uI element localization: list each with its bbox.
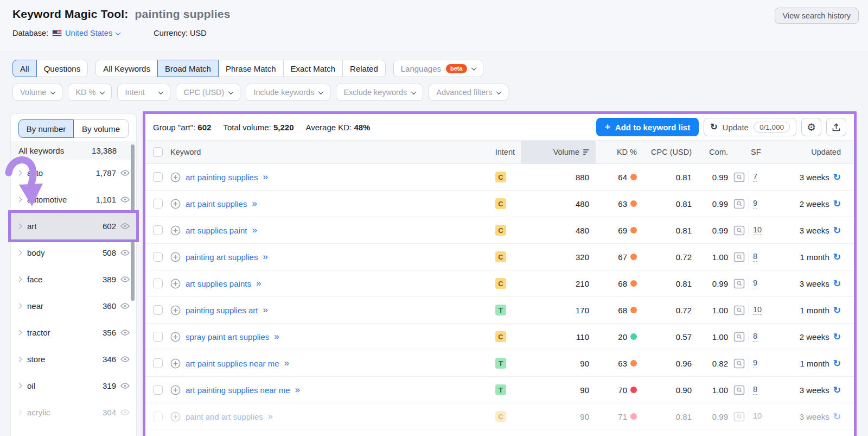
keyword-link[interactable]: art supplies paint <box>186 226 247 235</box>
chevron-right-icon[interactable] <box>17 170 22 176</box>
expand-keyword-icon[interactable]: » <box>263 305 268 315</box>
keyword-link[interactable]: art painting supplies <box>186 173 258 182</box>
serp-preview-icon[interactable] <box>733 279 745 289</box>
serp-preview-icon[interactable] <box>733 412 745 422</box>
sidebar-group-item[interactable]: near 360 <box>11 293 136 319</box>
serp-preview-icon[interactable] <box>733 199 745 209</box>
add-to-keyword-list-button[interactable]: + Add to keyword list <box>596 118 699 136</box>
refresh-icon[interactable]: ↻ <box>833 173 841 182</box>
languages-dropdown[interactable]: Languages beta <box>393 60 483 77</box>
serp-features-count[interactable]: 10 <box>753 225 762 235</box>
refresh-icon[interactable]: ↻ <box>833 252 841 262</box>
row-checkbox[interactable] <box>153 225 163 235</box>
select-all-checkbox[interactable] <box>153 147 163 157</box>
chevron-right-icon[interactable] <box>17 250 22 256</box>
row-checkbox[interactable] <box>153 305 163 315</box>
sidebar-group-item[interactable]: automotive 1,101 <box>11 186 136 213</box>
sidebar-group-item[interactable]: oil 319 <box>11 372 136 399</box>
expand-keyword-icon[interactable]: » <box>295 384 301 395</box>
eye-icon[interactable] <box>120 197 130 203</box>
eye-icon[interactable] <box>120 303 130 309</box>
keyword-link[interactable]: art supplies paints <box>186 279 251 288</box>
expand-keyword-icon[interactable]: » <box>256 278 261 289</box>
eye-icon[interactable] <box>120 223 130 229</box>
add-keyword-icon[interactable] <box>170 358 181 369</box>
view-search-history-button[interactable]: View search history <box>775 8 859 24</box>
serp-features-count[interactable]: 10 <box>753 412 762 421</box>
eye-icon[interactable] <box>120 383 130 389</box>
add-keyword-icon[interactable] <box>170 385 181 395</box>
sidebar-group-item[interactable]: store 346 <box>11 346 136 372</box>
column-header-keyword[interactable]: Keyword <box>170 141 486 163</box>
keyword-link[interactable]: paint and art supplies <box>186 412 263 421</box>
expand-keyword-icon[interactable]: » <box>252 225 257 236</box>
refresh-icon[interactable]: ↻ <box>833 412 841 421</box>
sidebar-group-item[interactable]: body 508 <box>11 239 136 266</box>
add-keyword-icon[interactable] <box>170 199 181 209</box>
row-checkbox[interactable] <box>153 385 163 395</box>
filter-dropdown[interactable]: CPC (USD) <box>176 84 240 101</box>
serp-features-count[interactable]: 8 <box>753 252 757 262</box>
serp-preview-icon[interactable] <box>733 332 745 342</box>
expand-keyword-icon[interactable]: » <box>252 198 257 209</box>
export-button[interactable] <box>826 118 846 136</box>
update-metrics-button[interactable]: ↻ Update 0/1,000 <box>704 118 796 136</box>
expand-keyword-icon[interactable]: » <box>274 331 279 342</box>
add-keyword-icon[interactable] <box>170 332 181 342</box>
match-type-tab[interactable]: All <box>12 60 37 77</box>
serp-features-count[interactable]: 8 <box>753 332 757 342</box>
serp-preview-icon[interactable] <box>733 252 745 262</box>
database-selector[interactable]: United States <box>65 29 120 37</box>
eye-icon[interactable] <box>120 276 130 282</box>
eye-icon[interactable] <box>120 170 130 176</box>
sidebar-group-item[interactable]: acrylic 304 <box>11 399 136 426</box>
serp-preview-icon[interactable] <box>733 225 745 236</box>
filter-dropdown[interactable]: Advanced filters <box>429 84 508 101</box>
serp-preview-icon[interactable] <box>733 172 745 182</box>
eye-icon[interactable] <box>120 330 130 336</box>
refresh-icon[interactable]: ↻ <box>833 386 841 395</box>
refresh-icon[interactable]: ↻ <box>833 306 841 315</box>
row-checkbox[interactable] <box>153 358 163 368</box>
filter-dropdown[interactable]: Volume <box>12 84 62 101</box>
column-header-intent[interactable]: Intent <box>486 141 521 163</box>
serp-features-count[interactable]: 8 <box>753 385 757 395</box>
column-header-sf[interactable]: SF <box>729 141 766 163</box>
sidebar-sort-toggle-button[interactable]: By volume <box>73 119 129 138</box>
match-type-tab[interactable]: Questions <box>36 60 88 77</box>
filter-dropdown[interactable]: KD % <box>68 84 112 101</box>
keyword-link[interactable]: art painting supplies near me <box>186 386 290 395</box>
column-header-updated[interactable]: Updated <box>766 141 854 163</box>
row-checkbox[interactable] <box>153 252 163 262</box>
row-checkbox[interactable] <box>153 412 163 421</box>
serp-features-count[interactable]: 7 <box>753 172 757 182</box>
column-header-com[interactable]: Com. <box>696 141 729 163</box>
serp-preview-icon[interactable] <box>733 385 745 395</box>
chevron-right-icon[interactable] <box>17 197 22 203</box>
sidebar-group-item[interactable]: auto 1,787 <box>11 160 136 186</box>
keyword-link[interactable]: painting art supplies <box>186 252 258 262</box>
keyword-link[interactable]: spray paint art supplies <box>186 332 269 342</box>
chevron-right-icon[interactable] <box>17 277 22 282</box>
refresh-icon[interactable]: ↻ <box>833 199 841 208</box>
match-type-tab[interactable]: All Keywords <box>95 60 158 77</box>
serp-features-count[interactable]: 9 <box>753 279 757 288</box>
filter-dropdown[interactable]: Exclude keywords <box>336 84 423 101</box>
keyword-link[interactable]: painting supplies art <box>186 306 258 315</box>
expand-keyword-icon[interactable]: » <box>263 251 268 262</box>
match-type-tab[interactable]: Phrase Match <box>218 60 284 77</box>
keyword-link[interactable]: art paint supplies near me <box>186 359 279 368</box>
match-type-tab[interactable]: Broad Match <box>157 60 219 77</box>
refresh-icon[interactable]: ↻ <box>833 279 841 288</box>
serp-features-count[interactable]: 9 <box>753 199 757 208</box>
sidebar-group-item[interactable]: tractor 356 <box>11 319 136 346</box>
add-keyword-icon[interactable] <box>170 252 181 262</box>
add-keyword-icon[interactable] <box>170 225 181 236</box>
row-checkbox[interactable] <box>153 332 163 342</box>
row-checkbox[interactable] <box>153 172 163 182</box>
chevron-right-icon[interactable] <box>17 304 22 309</box>
eye-icon[interactable] <box>120 356 130 362</box>
chevron-right-icon[interactable] <box>17 330 22 336</box>
expand-keyword-icon[interactable]: » <box>263 172 268 182</box>
serp-preview-icon[interactable] <box>733 358 745 369</box>
